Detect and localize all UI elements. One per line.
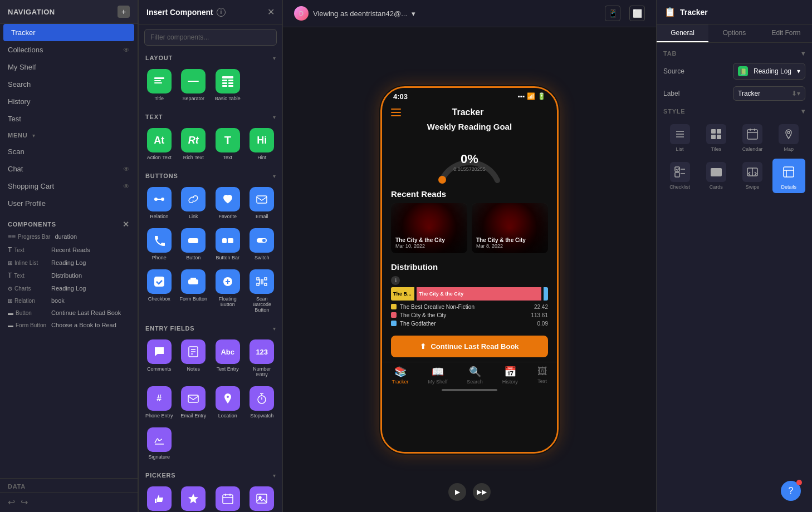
layout-title-component[interactable]: Title	[143, 66, 175, 105]
bottom-nav-search[interactable]: 🔍 Search	[467, 366, 483, 385]
bottom-nav-history[interactable]: 📅 History	[502, 366, 518, 385]
checklist-style-icon	[670, 162, 690, 182]
bottom-nav-my-shelf[interactable]: 📖 My Shelf	[428, 366, 447, 385]
viewing-as-selector[interactable]: D Viewing as deentristan42@... ▾	[294, 6, 415, 21]
component-charts[interactable]: ⊙ Charts Reading Log	[0, 282, 138, 294]
button-form-button-component[interactable]: Form Button	[178, 266, 210, 316]
layout-separator-component[interactable]: Separator	[178, 66, 210, 105]
close-insert-panel-button[interactable]: ✕	[267, 7, 275, 17]
component-progress-bar[interactable]: ≡≡ Progress Bar duration	[0, 230, 138, 243]
button-relation-component[interactable]: Relation	[143, 184, 175, 223]
button-button-component[interactable]: Button	[178, 225, 210, 264]
hamburger-menu-button[interactable]	[391, 109, 401, 116]
entry-stopwatch-component[interactable]: Stopwatch	[246, 383, 278, 422]
style-swipe[interactable]: Swipe	[736, 159, 769, 193]
nav-add-button[interactable]: +	[118, 6, 130, 18]
info-icon[interactable]: i	[217, 8, 226, 17]
button-favorite-component[interactable]: Favorite	[212, 184, 244, 223]
pickers-section-header[interactable]: PICKERS ▾	[139, 467, 282, 481]
button-floating-button-component[interactable]: Floating Button	[212, 266, 244, 316]
undo-button[interactable]: ↩	[8, 497, 15, 508]
entry-notes-component[interactable]: Notes	[178, 336, 210, 381]
text-action-text-component[interactable]: At Action Text	[143, 125, 175, 164]
style-tiles[interactable]: Tiles	[700, 121, 732, 155]
svg-point-36	[227, 396, 229, 398]
menu-header[interactable]: MENU ▾	[0, 127, 138, 143]
sidebar-item-user-profile[interactable]: User Profile	[0, 195, 138, 212]
swipe-style-icon	[742, 162, 762, 182]
picker-like-component[interactable]: Like	[143, 483, 175, 512]
entry-fields-section-header[interactable]: ENTRY FIELDS ▾	[139, 321, 282, 334]
sidebar-item-search[interactable]: Search	[0, 76, 138, 93]
style-cards[interactable]: Cards	[700, 159, 732, 193]
button-switch-component[interactable]: Switch	[246, 225, 278, 264]
component-form-button[interactable]: ▬ Form Button Choose a Book to Read	[0, 319, 138, 331]
button-button-bar-component[interactable]: Button Bar	[212, 225, 244, 264]
style-list[interactable]: List	[663, 121, 696, 155]
filter-components-input[interactable]	[144, 29, 277, 46]
label-input[interactable]: Tracker ⬇▾	[733, 86, 805, 101]
entry-comments-component[interactable]: Comments	[143, 336, 175, 381]
dist-seg-1: The City & the City	[417, 287, 541, 301]
buttons-section-header[interactable]: BUTTONS ▾	[139, 168, 282, 181]
picker-datetime-component[interactable]: Date Time	[212, 483, 244, 512]
play-button[interactable]: ▶	[448, 483, 466, 501]
tab-general[interactable]: General	[657, 24, 708, 42]
component-text-recent[interactable]: T Text Recent Reads	[0, 243, 138, 257]
text-section-header[interactable]: TEXT ▾	[139, 109, 282, 122]
entry-location-component[interactable]: Location	[212, 383, 244, 422]
entry-phone-entry-component[interactable]: # Phone Entry	[143, 383, 175, 422]
redo-button[interactable]: ↪	[21, 497, 28, 508]
components-close-icon[interactable]: ✕	[123, 220, 130, 229]
sidebar-item-shopping-cart[interactable]: Shopping Cart 👁	[0, 178, 138, 195]
tablet-view-button[interactable]: ⬜	[629, 6, 645, 21]
text-hint-component[interactable]: Hi Hint	[246, 125, 278, 164]
picker-rating-component[interactable]: Rating	[178, 483, 210, 512]
style-map[interactable]: Map	[772, 121, 805, 155]
layout-section-header[interactable]: LAYOUT ▾	[139, 50, 282, 63]
bottom-nav-test[interactable]: 🖼 Test	[537, 366, 547, 385]
left-sidebar: NAVIGATION + Tracker Collections 👁 My Sh…	[0, 0, 138, 512]
style-checklist[interactable]: Checklist	[663, 159, 696, 193]
text-text-component[interactable]: T Text	[212, 125, 244, 164]
button-phone-component[interactable]: Phone	[143, 225, 175, 264]
next-frame-button[interactable]: ▶▶	[473, 483, 491, 501]
status-time: 4:03	[393, 92, 408, 101]
component-text-distribution[interactable]: T Text Distribution	[0, 269, 138, 282]
svg-rect-22	[190, 278, 196, 279]
style-calendar[interactable]: Calendar	[736, 121, 769, 155]
component-inline-list[interactable]: ⊞ Inline List Reading Log	[0, 257, 138, 269]
component-button[interactable]: ▬ Button Continue Last Read Book	[0, 307, 138, 319]
continue-last-read-button[interactable]: ⬆ Continue Last Read Book	[391, 336, 548, 357]
style-details[interactable]: Details	[772, 159, 805, 193]
entry-email-entry-component[interactable]: Email Entry	[178, 383, 210, 422]
sidebar-item-history[interactable]: History	[0, 93, 138, 110]
source-select[interactable]: 📗 Reading Log ▾	[733, 63, 805, 80]
gauge-percent: 0%	[453, 152, 486, 166]
button-email-component[interactable]: Email	[246, 184, 278, 223]
mobile-view-button[interactable]: 📱	[605, 6, 620, 21]
layout-basic-table-component[interactable]: Basic Table	[212, 66, 244, 105]
button-link-component[interactable]: Link	[178, 184, 210, 223]
sidebar-item-collections[interactable]: Collections 👁	[0, 41, 138, 58]
tab-edit-form[interactable]: Edit Form	[760, 24, 812, 42]
sidebar-item-my-shelf[interactable]: My Shelf	[0, 58, 138, 76]
book-card-0[interactable]: The City & the City Mar 10, 2022	[391, 203, 467, 253]
bottom-nav-tracker[interactable]: 📚 Tracker	[392, 366, 408, 385]
button-scan-barcode-component[interactable]: Scan Barcode Button	[246, 266, 278, 316]
button-checkbox-component[interactable]: Checkbox	[143, 266, 175, 316]
text-rich-text-component[interactable]: Rt Rich Text	[178, 125, 210, 164]
help-button[interactable]: ?	[781, 481, 801, 501]
component-relation[interactable]: ⊞ Relation book	[0, 294, 138, 307]
picker-image-picker-component[interactable]: Image Picker	[246, 483, 278, 512]
sidebar-item-tracker[interactable]: Tracker	[3, 24, 134, 41]
sidebar-item-scan[interactable]: Scan	[0, 143, 138, 160]
svg-rect-9	[222, 85, 227, 87]
sidebar-item-test[interactable]: Test	[0, 110, 138, 127]
entry-signature-component[interactable]: Signature	[143, 424, 175, 463]
sidebar-item-chat[interactable]: Chat 👁	[0, 160, 138, 178]
book-card-1[interactable]: The City & the City Mar 8, 2022	[472, 203, 548, 253]
tab-options[interactable]: Options	[708, 24, 760, 42]
entry-number-entry-component[interactable]: 123 Number Entry	[246, 336, 278, 381]
entry-text-entry-component[interactable]: Abc Text Entry	[212, 336, 244, 381]
